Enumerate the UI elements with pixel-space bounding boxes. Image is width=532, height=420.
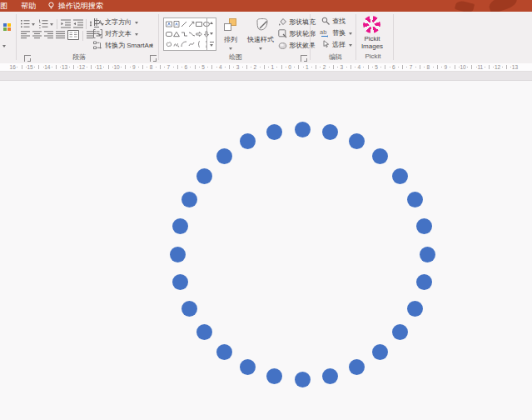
text-direction-button[interactable]: 文字方向 xyxy=(105,18,132,28)
shape-effects-icon xyxy=(278,41,287,50)
ruler-dot xyxy=(138,67,139,68)
shape-vertical-textbox-icon[interactable] xyxy=(172,19,180,29)
ruler-number: 2 xyxy=(254,63,257,71)
drawing-dialog-launcher-icon[interactable] xyxy=(301,55,307,62)
shape-outline-button[interactable]: 形状轮廓 xyxy=(289,29,316,39)
clipped-font-tool-icon[interactable] xyxy=(2,22,12,32)
columns-button[interactable] xyxy=(67,30,79,40)
align-text-button[interactable]: 对齐文本 xyxy=(105,29,132,39)
select-button[interactable]: 选择 xyxy=(332,40,346,50)
shape-fill-icon xyxy=(278,18,287,27)
chevron-down-icon[interactable] xyxy=(135,33,138,36)
convert-smartart-button[interactable]: 转换为 SmartArt xyxy=(105,41,153,51)
shape-left-brace-icon[interactable] xyxy=(195,39,202,49)
ruler-dot xyxy=(242,67,243,68)
chevron-down-icon[interactable] xyxy=(2,45,6,48)
ruler-dot xyxy=(372,67,373,68)
replace-button[interactable]: 替换 xyxy=(332,28,346,38)
ruler-dot xyxy=(156,67,157,68)
chevron-down-icon[interactable] xyxy=(303,45,306,48)
ruler-tick xyxy=(489,65,490,69)
shape-textbox-icon[interactable] xyxy=(165,19,172,29)
svg-text:ab: ab xyxy=(320,28,326,36)
chevron-down-icon[interactable] xyxy=(150,45,153,48)
paragraph-dialog-launcher-icon[interactable] xyxy=(150,55,157,62)
chevron-down-icon[interactable] xyxy=(303,22,306,24)
increase-indent-button[interactable] xyxy=(73,19,83,28)
gallery-scroll-up-button[interactable] xyxy=(207,18,216,28)
ruler-dot xyxy=(303,67,304,68)
arrange-button[interactable]: 排列 xyxy=(224,35,237,45)
chevron-down-icon[interactable] xyxy=(135,22,138,24)
shape-right-arrow-icon[interactable] xyxy=(195,29,202,39)
chevron-down-icon[interactable] xyxy=(229,48,232,50)
shape-triangle-icon[interactable] xyxy=(172,29,180,39)
ruler-number: 15 xyxy=(27,63,32,71)
ruler-dot xyxy=(502,67,503,68)
gallery-scroll-down-button[interactable] xyxy=(207,28,216,38)
shape-rounded-rectangle-icon[interactable] xyxy=(165,29,172,39)
chevron-down-icon[interactable] xyxy=(349,32,352,35)
ruler-number: 11 xyxy=(477,63,483,71)
titlebar-flourish xyxy=(455,0,475,12)
ruler-dot xyxy=(173,67,174,68)
ruler-tick xyxy=(177,65,178,69)
ruler-number: 7 xyxy=(410,63,413,71)
gallery-more-button[interactable] xyxy=(207,39,216,49)
quick-styles-icon xyxy=(254,17,271,33)
ruler-number: 3 xyxy=(341,63,344,71)
pickit-button-line2[interactable]: Images xyxy=(360,42,385,52)
shape-curved-connector-icon[interactable] xyxy=(187,29,195,39)
ruler-dot xyxy=(216,67,217,68)
shape-line-icon[interactable] xyxy=(180,19,187,29)
ruler-dot xyxy=(311,67,312,68)
shape-arrow-icon[interactable] xyxy=(187,19,195,29)
shape-fill-button[interactable]: 形状填充 xyxy=(289,18,316,28)
dialog-launcher-icon[interactable] xyxy=(24,55,31,62)
shape-elbow-connector-icon[interactable] xyxy=(180,29,187,39)
ruler-number: 6 xyxy=(184,63,187,71)
shape-effects-button[interactable]: 形状效果 xyxy=(289,41,316,51)
ruler-tick xyxy=(211,65,212,69)
numbering-button[interactable] xyxy=(39,19,48,28)
align-right-button[interactable] xyxy=(44,31,53,39)
chevron-down-icon[interactable] xyxy=(303,33,306,36)
find-button[interactable]: 查找 xyxy=(332,17,346,27)
shape-scribble-icon[interactable] xyxy=(172,39,180,49)
tellme-search[interactable]: 操作说明搜索 xyxy=(58,0,103,12)
ruler-dot xyxy=(121,67,122,68)
quick-styles-button[interactable]: 快速样式 xyxy=(247,35,274,45)
chevron-down-icon[interactable] xyxy=(32,23,35,26)
align-center-button[interactable] xyxy=(32,31,42,39)
chevron-down-icon[interactable] xyxy=(50,23,53,26)
ruler-number: 13 xyxy=(512,63,518,71)
ruler-tick xyxy=(351,65,351,69)
ruler-dot xyxy=(199,67,200,68)
ruler-dot xyxy=(225,67,226,68)
ruler-dot xyxy=(329,67,330,68)
lightbulb-icon xyxy=(47,2,55,12)
bullets-button[interactable] xyxy=(21,19,30,28)
chevron-down-icon[interactable] xyxy=(349,44,352,47)
ruler-dot xyxy=(164,67,165,68)
tab-help[interactable]: 帮助 xyxy=(21,0,36,12)
tab-view[interactable]: 视图 xyxy=(0,0,7,12)
align-left-button[interactable] xyxy=(21,31,30,39)
shape-arc-icon[interactable] xyxy=(180,39,187,49)
ruler-number: 6 xyxy=(392,63,395,71)
shape-freeform-icon[interactable] xyxy=(165,39,172,49)
ruler-tick xyxy=(264,65,265,69)
arrange-icon xyxy=(224,18,237,32)
shape-curve-icon[interactable] xyxy=(187,39,195,49)
group-separator xyxy=(393,14,394,60)
decrease-indent-button[interactable] xyxy=(61,19,71,28)
ruler-dot xyxy=(337,67,338,68)
ruler-number: 0 xyxy=(288,63,291,71)
justify-button[interactable] xyxy=(56,31,65,39)
ruler-dot xyxy=(363,67,364,68)
shape-rectangle-icon[interactable] xyxy=(195,19,202,29)
ruler-tick xyxy=(455,65,455,69)
chevron-down-icon[interactable] xyxy=(259,48,262,50)
slide-canvas[interactable] xyxy=(0,81,532,420)
ruler-tick xyxy=(385,65,385,69)
